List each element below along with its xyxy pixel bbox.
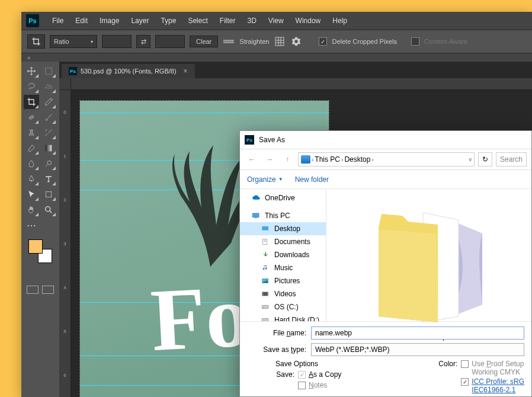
menu-view[interactable]: View [264, 14, 289, 27]
svg-point-28 [264, 280, 265, 281]
svg-rect-19 [46, 191, 51, 197]
svg-rect-11 [46, 68, 52, 75]
clear-button[interactable]: Clear [190, 36, 218, 47]
working-cmyk: Working CMYK [461, 368, 524, 376]
menu-select[interactable]: Select [183, 14, 212, 27]
fonts-text-layer: Fo [149, 264, 252, 371]
path-select-tool[interactable] [24, 187, 39, 201]
history-brush-tool[interactable] [41, 126, 56, 140]
shape-tool[interactable] [41, 187, 56, 201]
crop-tool-icon[interactable] [27, 34, 45, 49]
type-tool[interactable] [41, 172, 56, 186]
blur-tool[interactable] [24, 156, 39, 171]
search-input[interactable]: Search [496, 152, 527, 167]
crop-height-input[interactable] [155, 35, 185, 48]
options-bar: Ratio▾ ⇄ Clear Straighten Delete Cropped… [21, 30, 532, 53]
marquee-tool[interactable] [41, 64, 56, 78]
menu-file[interactable]: File [47, 14, 68, 27]
up-button[interactable]: ↑ [280, 152, 294, 167]
forward-button[interactable]: → [262, 152, 277, 167]
dialog-title: Save As [259, 136, 285, 144]
ratio-label: Ratio [54, 38, 69, 45]
tree-onedrive[interactable]: OneDrive [240, 191, 326, 204]
breadcrumb[interactable]: › This PC › Desktop › v [298, 152, 475, 167]
crop-settings-icon[interactable] [290, 36, 302, 47]
filename-input[interactable] [311, 326, 524, 340]
svg-rect-33 [262, 308, 264, 308]
quickmask-icon[interactable] [27, 286, 39, 294]
savetype-select[interactable]: WebP (*.WEBP;*.WBP) [311, 343, 524, 356]
tree-downloads[interactable]: Downloads [240, 248, 326, 261]
ratio-select[interactable]: Ratio▾ [50, 35, 97, 48]
lasso-tool[interactable] [24, 79, 39, 94]
delete-cropped-checkbox[interactable] [319, 37, 327, 46]
proof-checkbox[interactable] [461, 360, 469, 368]
pen-tool[interactable] [24, 172, 39, 186]
healing-tool[interactable] [24, 110, 39, 124]
svg-point-18 [31, 180, 31, 181]
menu-window[interactable]: Window [291, 14, 326, 27]
crumb-desktop[interactable]: Desktop [344, 155, 370, 164]
folder-content[interactable]: Gecko Http [326, 189, 531, 321]
crop-width-input[interactable] [102, 35, 132, 48]
tree-pictures[interactable]: Pictures [240, 274, 326, 287]
crumb-thispc[interactable]: This PC [315, 155, 340, 164]
menu-help[interactable]: Help [328, 14, 352, 27]
straighten-icon[interactable] [223, 36, 235, 47]
foreground-swatch[interactable] [28, 239, 43, 254]
menu-edit[interactable]: Edit [70, 14, 92, 27]
organize-button[interactable]: Organize▼ [247, 175, 283, 184]
tree-desktop[interactable]: Desktop [240, 222, 326, 235]
straighten-label: Straighten [239, 38, 269, 45]
work-area: ⋯ Ps 530.psd @ 100% (Fonts, RGB/8) × [21, 62, 532, 397]
notes-checkbox[interactable] [298, 382, 306, 389]
refresh-button[interactable]: ↻ [478, 152, 492, 167]
screenmode-icon[interactable] [42, 286, 54, 294]
as-copy-checkbox[interactable] [298, 371, 306, 379]
menu-type[interactable]: Type [156, 14, 181, 27]
eyedropper-tool[interactable] [41, 95, 56, 109]
folder-thumbnail[interactable] [361, 201, 497, 325]
options-collapse[interactable]: « [21, 53, 532, 62]
swap-dims-button[interactable]: ⇄ [136, 35, 150, 48]
color-swatches[interactable] [28, 239, 52, 263]
grid-overlay-icon[interactable] [274, 36, 286, 47]
move-tool[interactable] [24, 64, 39, 78]
color-label: Color: [438, 360, 457, 394]
back-button[interactable]: ← [245, 152, 259, 167]
tree-documents[interactable]: Documents [240, 235, 326, 248]
save-options-title: Save Options [275, 360, 341, 368]
quick-select-tool[interactable] [41, 79, 56, 94]
edit-toolbar[interactable]: ⋯ [24, 218, 39, 232]
dialog-cmdbar: Organize▼ New folder [240, 170, 531, 189]
crumb-dropdown-icon[interactable]: v [469, 156, 472, 162]
new-folder-button[interactable]: New folder [295, 175, 329, 184]
tree-osc[interactable]: OS (C:) [240, 300, 326, 313]
menu-layer[interactable]: Layer [126, 14, 153, 27]
tree-hdd[interactable]: Hard Disk (D:) [240, 313, 326, 321]
menu-filter[interactable]: Filter [215, 14, 241, 27]
brush-tool[interactable] [41, 110, 56, 124]
dodge-tool[interactable] [41, 156, 56, 171]
eraser-tool[interactable] [24, 141, 39, 155]
svg-point-13 [30, 117, 31, 118]
tree-videos[interactable]: Videos [240, 287, 326, 300]
menu-3d[interactable]: 3D [242, 14, 261, 27]
clone-stamp-tool[interactable] [24, 126, 39, 140]
gradient-tool[interactable] [41, 141, 56, 155]
icc-checkbox[interactable] [461, 378, 469, 386]
filename-label: File name: [247, 329, 306, 337]
dialog-titlebar[interactable]: Ps Save As [240, 131, 531, 149]
document-tab[interactable]: Ps 530.psd @ 100% (Fonts, RGB/8) × [62, 64, 195, 78]
content-aware-checkbox[interactable] [411, 37, 419, 46]
tree-music[interactable]: Music [240, 261, 326, 274]
crop-tool[interactable] [24, 95, 39, 109]
hand-tool[interactable] [24, 203, 39, 217]
close-tab-icon[interactable]: × [184, 67, 188, 75]
ps-doc-icon: Ps [69, 67, 77, 75]
icc-label[interactable]: ICC Profile: sRG [472, 377, 524, 386]
zoom-tool[interactable] [41, 203, 56, 217]
svg-rect-6 [275, 37, 284, 46]
tree-thispc[interactable]: This PC [240, 209, 326, 222]
menu-image[interactable]: Image [95, 14, 124, 27]
